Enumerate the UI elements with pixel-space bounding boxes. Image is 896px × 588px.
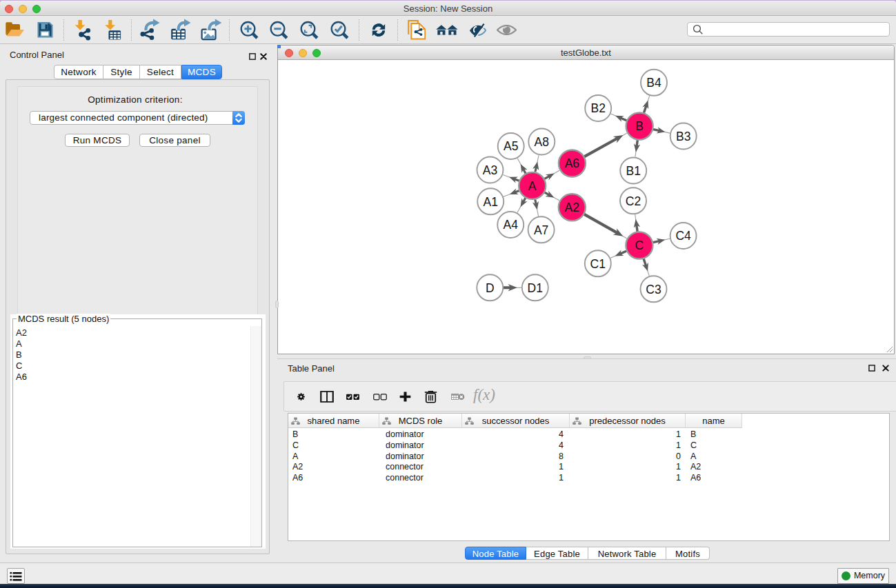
svg-text:A1: A1 [483,195,497,209]
svg-text:D1: D1 [528,281,543,295]
svg-text:B4: B4 [646,76,661,90]
svg-text:C1: C1 [590,257,606,271]
svg-text:B: B [635,119,644,133]
svg-text:B1: B1 [626,164,640,178]
svg-text:A5: A5 [504,139,518,153]
svg-text:A8: A8 [535,135,549,149]
svg-text:A2: A2 [565,201,579,214]
svg-text:A6: A6 [565,156,579,170]
svg-text:C4: C4 [675,229,691,243]
svg-text:B2: B2 [590,101,605,115]
svg-text:A4: A4 [503,218,518,232]
svg-text:B3: B3 [676,130,690,143]
svg-text:C3: C3 [646,283,661,296]
svg-text:A3: A3 [483,163,497,177]
svg-text:A7: A7 [534,223,548,237]
svg-text:D: D [486,281,495,295]
svg-text:C2: C2 [626,194,641,208]
svg-text:A: A [528,179,537,193]
svg-text:C: C [635,239,644,252]
